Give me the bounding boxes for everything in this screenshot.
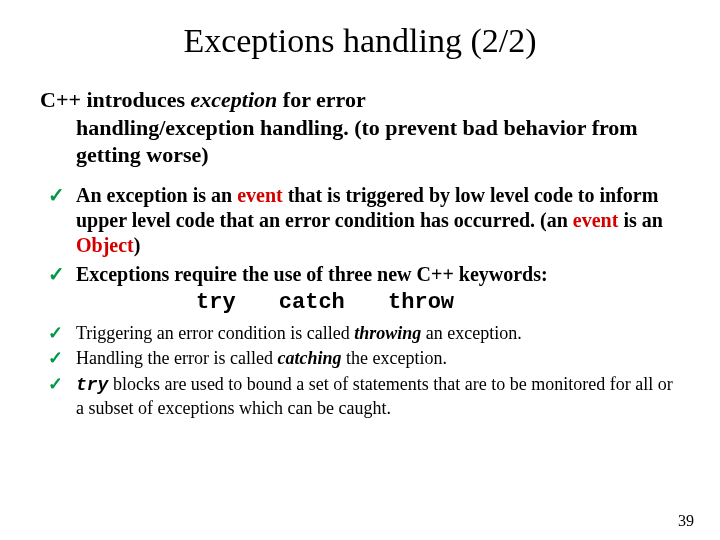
text: is an: [618, 209, 662, 231]
text: Exceptions require the use of three new …: [76, 263, 431, 285]
bullet-list-primary: An exception is an event that is trigger…: [40, 183, 680, 317]
text: the exception.: [341, 348, 446, 368]
keyword-event: event: [573, 209, 619, 231]
lead-text-a: C++ introduces: [40, 87, 191, 112]
keywords-line: try catch throw: [76, 289, 680, 317]
keyword-catching: catching: [277, 348, 341, 368]
page-number: 39: [678, 512, 694, 530]
text: keywords:: [454, 263, 548, 285]
slide-title: Exceptions handling (2/2): [40, 22, 680, 60]
keyword-try: try: [76, 375, 108, 395]
keyword-event: event: [237, 184, 283, 206]
lead-emphasis: exception: [191, 87, 278, 112]
text: an exception.: [421, 323, 521, 343]
text: An exception is an: [76, 184, 237, 206]
text: blocks are used to bound a set of statem…: [76, 374, 673, 418]
bullet-item: Triggering an error condition is called …: [40, 322, 680, 345]
plus-plus: ++: [431, 263, 454, 285]
lead-paragraph: C++ introduces exception for error handl…: [40, 86, 680, 169]
keyword-object: Object: [76, 234, 134, 256]
text: ): [134, 234, 141, 256]
bullet-list-secondary: Triggering an error condition is called …: [40, 322, 680, 421]
text: Handling the error is called: [76, 348, 277, 368]
keyword-throwing: throwing: [354, 323, 421, 343]
lead-text-c: handling/exception handling. (to prevent…: [40, 114, 680, 169]
bullet-item: Handling the error is called catching th…: [40, 347, 680, 370]
slide: Exceptions handling (2/2) C++ introduces…: [0, 0, 720, 540]
bullet-item: Exceptions require the use of three new …: [40, 262, 680, 317]
lead-text-b: for error: [277, 87, 365, 112]
text: Triggering an error condition is called: [76, 323, 354, 343]
bullet-item: try blocks are used to bound a set of st…: [40, 373, 680, 421]
bullet-item: An exception is an event that is trigger…: [40, 183, 680, 258]
